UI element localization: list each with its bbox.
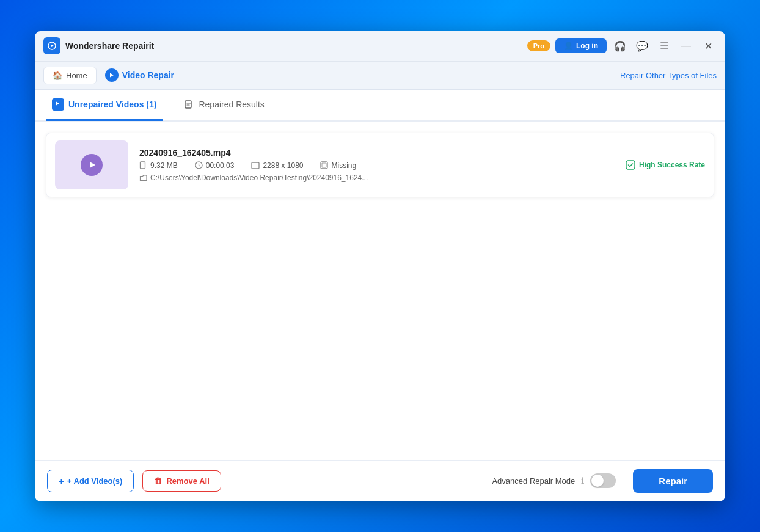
app-title: Wondershare Repairit <box>65 41 527 51</box>
table-row: 20240916_162405.mp4 9.32 MB <box>46 133 714 197</box>
bottom-bar: + + Add Video(s) 🗑 Remove All Advanced R… <box>35 460 725 501</box>
file-path: C:\Users\Yodel\Downloads\Video Repair\Te… <box>139 173 615 182</box>
file-meta-row: 9.32 MB 00:00:03 <box>139 161 615 170</box>
main-content: Unrepaired Videos (1) Repaired Results <box>35 90 725 501</box>
svg-rect-4 <box>252 162 259 169</box>
svg-rect-1 <box>185 101 191 108</box>
repair-other-link[interactable]: Repair Other Types of Files <box>620 71 717 80</box>
menu-icon-button[interactable]: ☰ <box>656 37 673 54</box>
user-icon: 👤 <box>564 42 573 50</box>
svg-rect-2 <box>141 162 145 169</box>
plus-icon: + <box>59 476 64 486</box>
file-success-rate: High Success Rate <box>626 160 705 170</box>
info-icon: ℹ <box>581 476 584 486</box>
file-size: 9.32 MB <box>150 161 178 170</box>
headset-icon-button[interactable]: 🎧 <box>612 37 629 54</box>
repair-button[interactable]: Repair <box>633 469 713 493</box>
file-resolution-item: 2288 x 1080 <box>251 161 303 170</box>
file-thumbnail <box>55 140 128 189</box>
status-icon <box>320 161 328 169</box>
file-icon <box>139 161 147 170</box>
login-button[interactable]: 👤 Log in <box>555 38 607 53</box>
app-logo <box>43 37 60 54</box>
remove-all-button[interactable]: 🗑 Remove All <box>142 470 221 492</box>
tab-repaired[interactable]: Repaired Results <box>177 90 270 121</box>
repaired-tab-icon <box>183 99 194 110</box>
file-status: Missing <box>331 161 356 170</box>
home-icon: 🏠 <box>53 71 62 80</box>
file-list: 20240916_162405.mp4 9.32 MB <box>35 122 725 460</box>
pro-badge[interactable]: Pro <box>527 40 550 51</box>
main-window: Wondershare Repairit Pro 👤 Log in 🎧 💬 ☰ … <box>35 31 725 501</box>
svg-rect-6 <box>626 161 635 169</box>
file-status-item: Missing <box>320 161 356 170</box>
file-path-text: C:\Users\Yodel\Downloads\Video Repair\Te… <box>150 173 368 182</box>
file-info: 20240916_162405.mp4 9.32 MB <box>139 148 615 182</box>
advanced-mode-toggle[interactable] <box>590 473 616 488</box>
resolution-icon <box>251 162 260 169</box>
file-duration-item: 00:00:03 <box>195 161 235 170</box>
folder-icon <box>139 174 147 181</box>
play-icon <box>81 154 103 176</box>
minimize-button[interactable]: — <box>678 37 695 54</box>
add-video-button[interactable]: + + Add Video(s) <box>47 470 134 492</box>
success-icon <box>626 160 635 170</box>
video-repair-icon <box>105 68 119 82</box>
chat-icon-button[interactable]: 💬 <box>634 37 651 54</box>
title-bar-actions: Pro 👤 Log in 🎧 💬 ☰ — ✕ <box>527 37 717 54</box>
home-nav-item[interactable]: 🏠 Home <box>43 67 97 84</box>
close-button[interactable]: ✕ <box>700 37 717 54</box>
file-name: 20240916_162405.mp4 <box>139 148 615 158</box>
title-bar: Wondershare Repairit Pro 👤 Log in 🎧 💬 ☰ … <box>35 31 725 62</box>
file-duration: 00:00:03 <box>206 161 235 170</box>
video-repair-nav-item: Video Repair <box>105 68 174 82</box>
advanced-repair-mode: Advanced Repair Mode ℹ <box>492 473 616 488</box>
nav-bar: 🏠 Home Video Repair Repair Other Types o… <box>35 62 725 90</box>
tabs-container: Unrepaired Videos (1) Repaired Results <box>35 90 725 122</box>
file-resolution: 2288 x 1080 <box>263 161 303 170</box>
toggle-knob <box>591 475 604 487</box>
trash-icon: 🗑 <box>154 476 162 486</box>
advanced-mode-label: Advanced Repair Mode <box>492 476 575 486</box>
unrepaired-tab-icon <box>52 98 64 111</box>
file-size-item: 9.32 MB <box>139 161 178 170</box>
clock-icon <box>195 161 203 169</box>
tab-unrepaired[interactable]: Unrepaired Videos (1) <box>46 90 163 121</box>
